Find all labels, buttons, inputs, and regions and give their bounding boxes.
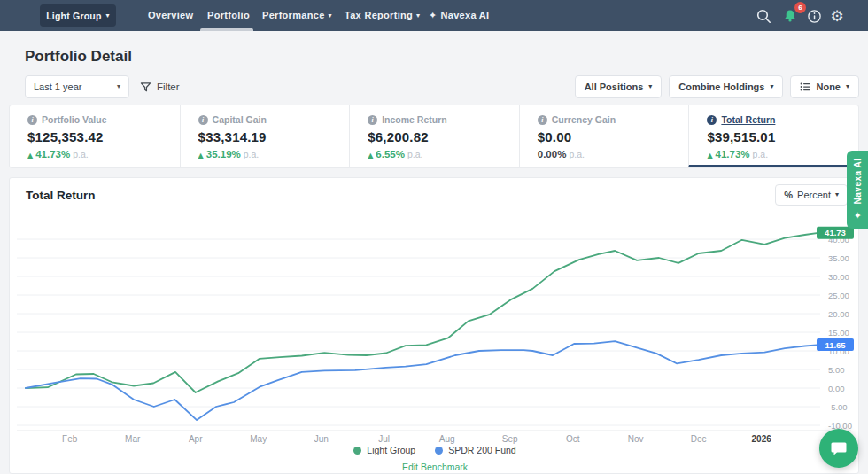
svg-text:Jul: Jul bbox=[378, 434, 390, 444]
svg-text:5.00: 5.00 bbox=[828, 365, 845, 375]
svg-text:0.00: 0.00 bbox=[828, 384, 845, 393]
active-tab-underline bbox=[200, 28, 253, 31]
info-icon: i bbox=[707, 115, 717, 125]
legend-dot-blue bbox=[435, 447, 443, 455]
combine-holdings-label: Combine Holdings bbox=[678, 82, 764, 92]
info-glyph bbox=[807, 9, 822, 24]
portfolio-selector-label: Light Group bbox=[46, 11, 101, 21]
nav-item-overview[interactable]: Overview bbox=[148, 0, 193, 31]
stat-change: ▲41.73%p.a. bbox=[27, 149, 180, 159]
page-title: Portfolio Detail bbox=[25, 48, 132, 66]
info-icon[interactable] bbox=[802, 4, 825, 27]
navexa-ai-side-tab[interactable]: ✦ Navexa AI bbox=[847, 151, 868, 229]
filter-label: Filter bbox=[157, 82, 180, 92]
total-return-chart-panel: Total Return % Percent ▾ 40.0035.0030.00… bbox=[9, 177, 859, 474]
legend-item-benchmark[interactable]: SPDR 200 Fund bbox=[435, 445, 515, 455]
nav-item-navexa-ai[interactable]: ✦ Navexa AI bbox=[429, 0, 489, 31]
total-return-line-chart[interactable]: 40.0035.0030.0025.0020.0015.0010.005.000… bbox=[10, 178, 860, 474]
date-range-value: Last 1 year bbox=[34, 82, 81, 92]
arrow-up-icon: ▲ bbox=[27, 152, 33, 159]
svg-text:Mar: Mar bbox=[125, 434, 141, 444]
stat-value: $6,200.82 bbox=[368, 129, 519, 144]
svg-text:Dec: Dec bbox=[691, 434, 707, 444]
stat-label: iTotal Return bbox=[707, 114, 858, 125]
chevron-down-icon: ▾ bbox=[329, 12, 332, 19]
arrow-up-icon: ▲ bbox=[198, 152, 204, 159]
info-icon: i bbox=[198, 115, 208, 125]
sparkle-icon: ✦ bbox=[852, 209, 864, 221]
stat-card-capital-gain[interactable]: iCapital Gain $33,314.19 ▲35.19%p.a. bbox=[180, 105, 350, 167]
chevron-down-icon: ▾ bbox=[648, 83, 652, 90]
date-range-select[interactable]: Last 1 year ▾ bbox=[25, 75, 129, 98]
stat-change: ▲41.73%p.a. bbox=[707, 149, 858, 159]
chevron-down-icon: ▾ bbox=[846, 83, 849, 90]
svg-text:Sep: Sep bbox=[502, 434, 518, 444]
info-icon: i bbox=[27, 115, 37, 125]
legend-label: SPDR 200 Fund bbox=[448, 445, 515, 455]
portfolio-selector-button[interactable]: Light Group ▾ bbox=[40, 4, 116, 27]
sparkle-icon: ✦ bbox=[429, 0, 438, 31]
nav-item-portfolio[interactable]: Portfolio bbox=[207, 0, 250, 31]
nav-item-label: Portfolio bbox=[207, 0, 250, 31]
svg-text:30.00: 30.00 bbox=[828, 272, 849, 282]
stat-card-total-return[interactable]: iTotal Return $39,515.01 ▲41.73%p.a. bbox=[688, 105, 858, 167]
stat-change: ▲35.19%p.a. bbox=[198, 149, 350, 159]
chevron-down-icon: ▾ bbox=[770, 83, 773, 90]
nav-item-label: Navexa AI bbox=[441, 0, 490, 31]
combine-holdings-button[interactable]: Combine Holdings ▾ bbox=[669, 75, 783, 98]
svg-text:15.00: 15.00 bbox=[828, 328, 849, 338]
nav-item-tax-reporting[interactable]: Tax Reporting ▾ bbox=[345, 0, 420, 31]
svg-text:35.00: 35.00 bbox=[828, 253, 849, 263]
stat-change: ▲6.55%p.a. bbox=[368, 149, 519, 159]
stat-card-portfolio-value[interactable]: iPortfolio Value $125,353.42 ▲41.73%p.a. bbox=[10, 105, 180, 167]
svg-text:2026: 2026 bbox=[752, 434, 772, 444]
legend-item-light-group[interactable]: Light Group bbox=[353, 445, 415, 455]
nav-item-performance[interactable]: Performance ▾ bbox=[262, 0, 332, 31]
stat-change: 0.00%p.a. bbox=[538, 149, 689, 159]
stat-value: $39,515.01 bbox=[707, 129, 858, 144]
gear-glyph: ⚙ bbox=[830, 9, 843, 24]
stat-value: $33,314.19 bbox=[198, 129, 350, 144]
grouping-select-button[interactable]: None ▾ bbox=[790, 75, 859, 98]
svg-text:Nov: Nov bbox=[628, 434, 644, 444]
stat-card-income-return[interactable]: iIncome Return $6,200.82 ▲6.55%p.a. bbox=[349, 105, 519, 167]
stat-value: $125,353.42 bbox=[27, 129, 180, 144]
svg-text:Apr: Apr bbox=[189, 434, 203, 444]
grouping-select-label: None bbox=[816, 82, 841, 92]
svg-text:Aug: Aug bbox=[439, 434, 455, 444]
chevron-down-icon: ▾ bbox=[106, 12, 110, 19]
list-icon bbox=[800, 82, 810, 92]
legend-dot-green bbox=[353, 447, 361, 455]
positions-filter-button[interactable]: All Positions ▾ bbox=[575, 75, 663, 98]
filter-button[interactable]: Filter bbox=[140, 75, 180, 98]
svg-text:41.73: 41.73 bbox=[825, 228, 846, 237]
arrow-up-icon: ▲ bbox=[707, 152, 712, 159]
nav-item-label: Performance bbox=[262, 0, 325, 31]
stat-label: iCapital Gain bbox=[198, 114, 350, 125]
info-icon: i bbox=[538, 115, 547, 125]
chart-legend: Light Group SPDR 200 Fund bbox=[10, 445, 860, 455]
svg-text:May: May bbox=[250, 434, 267, 444]
info-icon: i bbox=[368, 115, 377, 125]
search-icon[interactable] bbox=[752, 4, 775, 27]
notifications-bell-icon[interactable]: 6 bbox=[779, 4, 802, 27]
side-tab-label: Navexa AI bbox=[853, 159, 863, 205]
chat-widget-button[interactable] bbox=[819, 429, 858, 468]
chevron-down-icon: ▾ bbox=[117, 83, 120, 90]
nav-item-label: Tax Reporting bbox=[345, 0, 413, 31]
arrow-up-icon: ▲ bbox=[368, 152, 373, 159]
svg-text:11.65: 11.65 bbox=[825, 340, 846, 350]
svg-text:-5.00: -5.00 bbox=[828, 402, 848, 412]
top-navbar: Light Group ▾ Overview Portfolio Perform… bbox=[0, 0, 868, 31]
svg-text:Oct: Oct bbox=[566, 434, 580, 444]
legend-label: Light Group bbox=[367, 445, 415, 455]
settings-gear-icon[interactable]: ⚙ bbox=[825, 4, 849, 27]
svg-text:Feb: Feb bbox=[62, 434, 78, 444]
stat-card-currency-gain[interactable]: iCurrency Gain $0.00 0.00%p.a. bbox=[519, 105, 689, 167]
svg-text:25.00: 25.00 bbox=[828, 291, 849, 300]
stat-value: $0.00 bbox=[538, 129, 689, 144]
funnel-icon bbox=[140, 82, 151, 93]
edit-benchmark-link[interactable]: Edit Benchmark bbox=[10, 462, 860, 472]
nav-item-label: Overview bbox=[148, 0, 193, 31]
stat-label: iCurrency Gain bbox=[538, 114, 689, 125]
